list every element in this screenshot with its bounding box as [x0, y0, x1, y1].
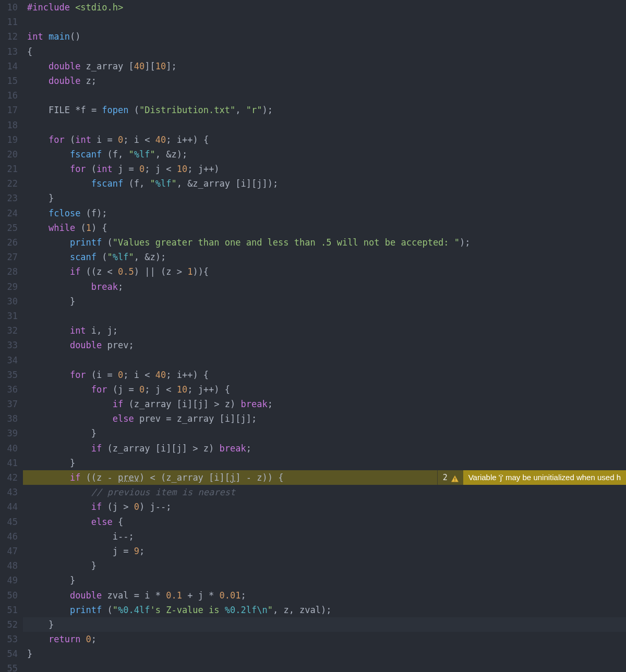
warning-message[interactable]: Variable 'j' may be uninitialized when u… — [463, 470, 626, 485]
code-line[interactable]: break; — [23, 279, 626, 294]
token: = — [134, 590, 145, 601]
token — [27, 340, 70, 350]
code-line[interactable]: for (j = 0; j < 10; j++) { — [23, 382, 626, 397]
code-line[interactable]: double z; — [23, 74, 626, 88]
token: i, j; — [91, 325, 118, 336]
code-line[interactable]: } — [23, 426, 626, 441]
warning-count-badge[interactable]: 2 — [437, 470, 463, 485]
token — [27, 223, 49, 233]
token: 40 — [155, 135, 166, 145]
code-line[interactable]: j = 9; — [23, 544, 626, 558]
code-line[interactable]: int i, j; — [23, 323, 626, 338]
token: (f, — [107, 149, 129, 160]
inline-warning-panel[interactable]: 2Variable 'j' may be uninitialized when … — [437, 470, 626, 485]
token: if — [113, 399, 129, 409]
token — [27, 282, 91, 292]
token: ( — [107, 237, 113, 248]
token: > — [177, 266, 187, 277]
token: 0 — [139, 384, 145, 395]
code-line[interactable]: if ((z < 0.5) || (z > 1)){ — [23, 264, 626, 279]
token: "r" — [246, 105, 262, 115]
code-line[interactable]: if (j > 0) j--; — [23, 499, 626, 514]
code-line[interactable]: for (int j = 0; j < 10; j++) — [23, 162, 626, 176]
code-line[interactable]: fclose (f); — [23, 206, 626, 221]
token: "Values greater than one and less than .… — [113, 237, 460, 248]
code-line[interactable]: if (z_array [i][j] > z) break; — [23, 441, 626, 456]
code-line[interactable] — [23, 353, 626, 368]
token: = — [129, 384, 139, 395]
token: " — [129, 149, 134, 160]
token: fscanf — [70, 149, 107, 160]
code-line[interactable]: } — [23, 573, 626, 588]
code-line[interactable]: } — [23, 558, 626, 573]
code-line[interactable]: if (z_array [i][j] > z) break; — [23, 397, 626, 411]
code-line[interactable]: scanf ("%lf", &z); — [23, 250, 626, 264]
line-number: 10 — [0, 0, 18, 15]
token: = — [123, 546, 134, 556]
code-line[interactable] — [23, 309, 626, 323]
code-line[interactable]: fscanf (f, "%lf", &z); — [23, 147, 626, 162]
code-line[interactable]: { — [23, 44, 626, 59]
line-number: 17 — [0, 103, 18, 117]
line-number: 15 — [0, 74, 18, 88]
code-line[interactable]: double z_array [40][10]; — [23, 59, 626, 74]
code-line[interactable]: double zval = i * 0.1 + j * 0.01; — [23, 588, 626, 603]
token: for — [91, 384, 113, 395]
code-line[interactable]: } — [23, 191, 626, 205]
line-number: 23 — [0, 191, 18, 205]
token: 0 — [134, 502, 139, 512]
line-number: 52 — [0, 617, 18, 632]
code-area[interactable]: #include <stdio.h>int main(){ double z_a… — [23, 0, 626, 672]
token: = — [107, 135, 118, 145]
token: <stdio.h> — [75, 2, 123, 13]
code-line[interactable]: } — [23, 294, 626, 309]
code-line[interactable]: for (i = 0; i < 40; i++) { — [23, 368, 626, 382]
code-line[interactable]: return 0; — [23, 632, 626, 646]
code-line[interactable]: printf ("%0.4lf's Z-value is %0.2lf\n", … — [23, 603, 626, 617]
code-line[interactable]: else { — [23, 515, 626, 529]
code-line[interactable] — [23, 15, 626, 29]
code-line[interactable] — [23, 88, 626, 103]
code-line[interactable]: printf ("Values greater than one and les… — [23, 235, 626, 250]
token: break — [220, 443, 246, 454]
line-number: 49 — [0, 573, 18, 588]
code-line[interactable]: else prev = z_array [i][j]; — [23, 411, 626, 426]
token: double — [49, 76, 86, 86]
token: int — [75, 135, 97, 145]
code-line[interactable]: } — [23, 646, 626, 661]
token: > — [192, 443, 203, 454]
token: 0.5 — [118, 266, 134, 277]
code-line[interactable] — [23, 118, 626, 132]
code-line[interactable]: fscanf (f, "%lf", &z_array [i][j]); — [23, 176, 626, 191]
token — [27, 135, 49, 145]
token: 0 — [139, 164, 145, 174]
code-line[interactable]: } — [23, 456, 626, 470]
code-line[interactable] — [23, 661, 626, 672]
token: else — [113, 413, 139, 424]
token: = — [107, 370, 118, 380]
code-line[interactable]: int main() — [23, 29, 626, 44]
token: } — [27, 649, 32, 659]
code-line[interactable]: for (int i = 0; i < 40; i++) { — [23, 132, 626, 147]
code-line[interactable]: // previous item is nearest — [23, 485, 626, 499]
code-line[interactable]: FILE *f = fopen ("Distribution.txt", "r"… — [23, 103, 626, 117]
token: ][ — [145, 61, 155, 71]
line-number: 12 — [0, 29, 18, 44]
line-number: 46 — [0, 529, 18, 544]
code-line[interactable]: while (1) { — [23, 221, 626, 235]
code-line[interactable]: } — [23, 617, 626, 632]
code-line[interactable]: double prev; — [23, 338, 626, 352]
token: " — [171, 178, 176, 189]
code-line[interactable]: #include <stdio.h> — [23, 0, 626, 15]
code-line[interactable]: if ((z - prev) < (z_array [i][j] - z)) {… — [23, 470, 626, 485]
token: prev — [139, 413, 166, 424]
code-line[interactable]: i--; — [23, 529, 626, 544]
token: ; — [139, 546, 145, 556]
token: ; i++) { — [166, 370, 209, 380]
token: - — [107, 472, 118, 483]
code-editor[interactable]: 1011121314151617181920212223242526272829… — [0, 0, 626, 672]
token: 10 — [177, 164, 187, 174]
token: i — [97, 135, 107, 145]
token — [27, 370, 70, 380]
token: if — [91, 443, 107, 454]
